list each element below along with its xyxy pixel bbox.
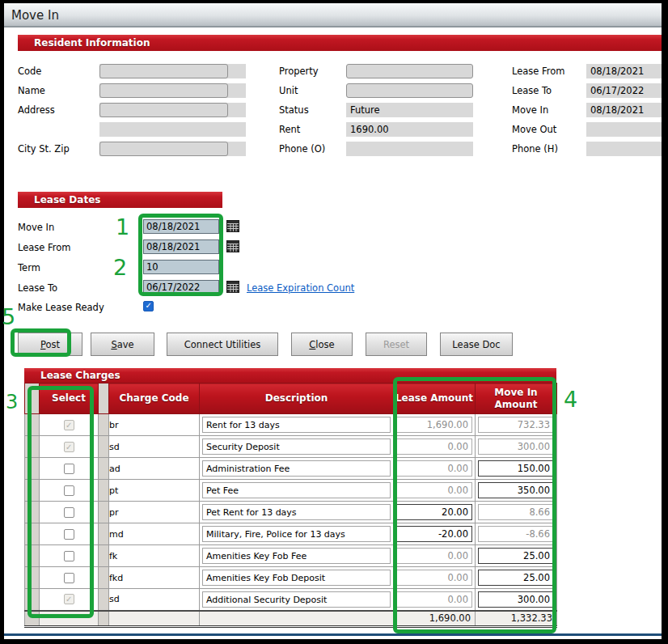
lease-expiration-count-link[interactable]: Lease Expiration Count [247,282,354,294]
lease-amount-input[interactable]: 0.00 [396,439,472,455]
charge-code-cell: md [109,523,200,545]
lease-from-input[interactable] [143,239,219,254]
table-row: md Military, Fire, Police for 13 days -2… [25,523,557,545]
table-row: ad Administration Fee 0.00 150.00 [25,458,557,480]
property-label: Property [279,66,319,77]
make-lease-ready-checkbox[interactable] [143,301,154,311]
row-select-checkbox[interactable] [64,485,74,496]
row-select-checkbox[interactable] [64,420,74,430]
lease-from-calendar-icon[interactable] [226,240,239,252]
move-in-input[interactable] [143,219,219,234]
term-input[interactable] [143,260,219,274]
move-in-amount-input[interactable]: -8.66 [478,526,554,542]
description-input[interactable]: Security Deposit [202,439,391,455]
table-row: fkd Amenities Key Fob Deposit 0.00 25.00 [25,567,557,589]
row-select-checkbox[interactable] [64,551,74,561]
term-label: Term [18,262,40,273]
ld-lease-from-label: Lease From [18,242,71,253]
window-title: Move In [11,8,59,23]
save-button[interactable]: Save [91,333,154,356]
content-bottom-rule [4,633,662,636]
col-gutter [99,383,109,414]
move-in-calendar-icon[interactable] [226,220,239,232]
lease-amount-input[interactable]: 0.00 [396,570,472,586]
row-select-checkbox[interactable] [64,464,74,474]
move-in-date-label: Move In [512,104,548,116]
move-in-amount-input[interactable]: 300.00 [478,591,554,608]
table-row: pt Pet Fee 0.00 350.00 [25,480,557,502]
connect-utilities-button[interactable]: Connect Utilities [167,333,278,356]
ld-move-in-label: Move In [18,222,54,233]
unit-label: Unit [279,85,298,96]
lease-to-label: Lease To [512,85,552,96]
move-in-amount-input[interactable]: 25.00 [478,548,554,564]
move-in-amount-input[interactable]: 300.00 [478,439,554,455]
name-field [99,83,228,98]
lease-to-input[interactable] [143,280,219,294]
lease-amount-input[interactable]: 20.00 [396,504,472,520]
move-in-amount-input[interactable]: 8.66 [478,504,554,520]
col-charge-code: Charge Code [109,383,200,414]
description-input[interactable]: Pet Rent for 13 days [202,504,391,520]
charge-code-cell: fk [109,545,200,567]
unit-field [346,83,473,98]
move-in-window: Move In Resident Information Code Name A… [0,0,668,644]
lease-amount-input[interactable]: 1,690.00 [396,417,472,433]
description-input[interactable]: Amenities Key Fob Fee [202,548,391,564]
description-input[interactable]: Additional Security Deposit [202,591,391,608]
table-row: sd Security Deposit 0.00 300.00 [25,436,557,458]
lease-amount-input[interactable]: 0.00 [396,482,472,498]
lease-dates-title: Lease Dates [18,192,222,208]
address2-field-panel [99,122,246,137]
lease-charges-header: Lease Charges [24,368,556,383]
window-border-left [0,0,4,644]
window-border-bottom [0,639,668,644]
lease-amount-input[interactable]: -20.00 [396,526,472,542]
lease-amount-input[interactable]: 0.00 [396,548,472,564]
annotation-number-2: 2 [113,256,127,278]
city-field [99,142,228,156]
description-input[interactable]: Pet Fee [202,482,391,498]
move-out-label: Move Out [512,124,556,135]
table-header-row: Select Charge Code Description Lease Amo… [25,383,557,414]
col-lease-amount: Lease Amount [394,383,476,414]
lease-charges-title: Lease Charges [24,368,556,383]
phone-h-value [586,142,662,156]
move-in-amount-input[interactable]: 150.00 [478,460,554,477]
annotation-number-3: 3 [6,392,18,412]
phone-o-value [346,142,473,156]
lease-charges-table: Select Charge Code Description Lease Amo… [24,383,557,628]
description-input[interactable]: Rent for 13 days [202,417,391,433]
lease-dates-header: Lease Dates [18,192,222,208]
charge-code-cell: sd [109,589,200,611]
post-button[interactable]: Post [18,333,82,356]
description-input[interactable]: Military, Fire, Police for 13 days [202,526,391,542]
lease-doc-button[interactable]: Lease Doc [440,333,513,356]
move-in-amount-input[interactable]: 350.00 [478,482,554,498]
move-in-amount-total: 1,332.33 [476,611,557,627]
lease-amount-input[interactable]: 0.00 [396,591,472,608]
move-in-amount-input[interactable]: 732.33 [478,417,554,433]
row-select-checkbox[interactable] [64,594,74,604]
make-lease-ready-label: Make Lease Ready [18,302,104,313]
window-titlebar: Move In [3,3,662,28]
row-select-checkbox[interactable] [64,442,74,452]
address-field [99,103,228,117]
row-select-checkbox[interactable] [64,529,74,540]
description-input[interactable]: Administration Fee [202,460,391,477]
move-out-value [586,122,662,137]
charge-code-cell: br [109,414,200,436]
table-row: pr Pet Rent for 13 days 20.00 8.66 [25,502,557,523]
window-border-right [662,0,668,644]
lease-to-calendar-icon[interactable] [226,281,239,293]
row-gutter [25,383,40,414]
row-select-checkbox[interactable] [64,507,74,518]
annotation-number-4: 4 [564,388,577,410]
close-button[interactable]: Close [291,333,353,356]
ld-lease-to-label: Lease To [18,282,57,294]
description-input[interactable]: Amenities Key Fob Deposit [202,570,391,586]
row-select-checkbox[interactable] [64,573,74,583]
move-in-amount-input[interactable]: 25.00 [478,570,554,586]
lease-amount-input[interactable]: 0.00 [396,460,472,477]
move-in-date-value: 08/18/2021 [586,103,662,117]
